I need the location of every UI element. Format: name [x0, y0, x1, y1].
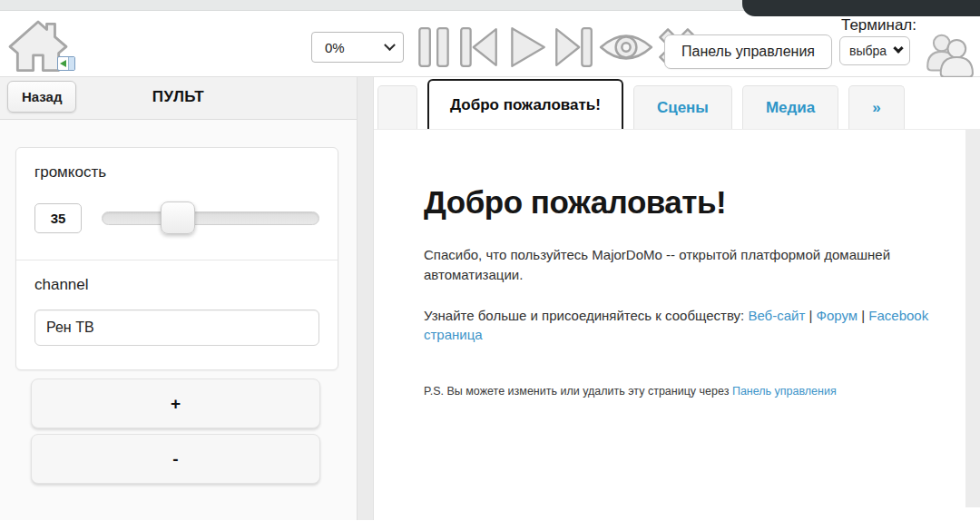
home-icon — [5, 16, 89, 73]
play-icon — [504, 25, 549, 69]
website-link[interactable]: Веб-сайт — [748, 308, 805, 323]
media-controls: 0% — [311, 25, 701, 69]
channel-plus-button[interactable]: + — [31, 378, 320, 428]
chevron-down-icon — [893, 44, 903, 54]
previous-button[interactable] — [456, 25, 502, 69]
tab-media[interactable]: Медиа — [742, 85, 838, 129]
main-area: Назад ПУЛЬТ громкость 35 channel — [0, 77, 980, 520]
tab-spacer[interactable] — [377, 85, 417, 129]
content-area: Добро пожаловать! Сцены Медиа » Добро по… — [374, 77, 980, 520]
remote-panel: Назад ПУЛЬТ громкость 35 channel — [0, 77, 357, 520]
dark-overlay-bar — [742, 0, 980, 16]
terminal-select-value: выбра — [849, 44, 887, 58]
page-title: Добро пожаловать! — [424, 184, 957, 221]
remote-card: громкость 35 channel — [15, 147, 338, 370]
volume-slider[interactable] — [102, 202, 319, 234]
volume-slider-handle[interactable] — [161, 202, 195, 234]
volume-section: громкость 35 — [16, 148, 338, 260]
eye-icon — [598, 25, 654, 69]
home-button[interactable] — [5, 16, 89, 74]
ps-text: P.S. Вы можете изменить или удалить эту … — [424, 385, 957, 398]
chevron-down-icon — [384, 39, 396, 51]
link-separator: | — [805, 308, 816, 323]
previous-icon — [456, 25, 502, 69]
scroll-gutter — [965, 130, 980, 507]
channel-input[interactable] — [34, 310, 319, 346]
remote-title: ПУЛЬТ — [0, 88, 357, 106]
link-separator: | — [858, 308, 868, 323]
pause-icon — [413, 25, 455, 69]
tab-more[interactable]: » — [848, 85, 904, 129]
next-icon — [551, 25, 596, 69]
welcome-panel: Добро пожаловать! Спасибо, что пользуйте… — [374, 129, 980, 520]
users-button[interactable] — [922, 33, 975, 82]
volume-value-box[interactable]: 35 — [34, 203, 82, 233]
channel-label: channel — [34, 276, 319, 294]
volume-percent-select[interactable]: 0% — [311, 32, 404, 63]
toolbar: 0% — [0, 11, 980, 77]
view-button[interactable] — [598, 25, 654, 69]
next-button[interactable] — [551, 25, 596, 69]
terminal-select[interactable]: выбра — [839, 36, 910, 65]
forum-link[interactable]: Форум — [816, 308, 858, 323]
play-button[interactable] — [504, 25, 549, 69]
toolbar-right: Панель управления Терминал: выбра — [664, 13, 975, 82]
tab-scenes[interactable]: Сцены — [633, 85, 732, 129]
control-panel-button[interactable]: Панель управления — [664, 34, 832, 69]
volume-percent-value: 0% — [325, 40, 345, 55]
panel-toggle-icon[interactable] — [57, 56, 75, 71]
ps-prefix: P.S. Вы можете изменить или удалить эту … — [424, 385, 732, 398]
tab-bar: Добро пожаловать! Сцены Медиа » — [374, 77, 980, 129]
control-panel-link[interactable]: Панель управления — [732, 385, 837, 398]
community-text: Узнайте больше и присоединяйтесь к сообщ… — [424, 306, 950, 346]
channel-minus-button[interactable]: - — [31, 434, 320, 484]
community-prefix: Узнайте больше и присоединяйтесь к сообщ… — [424, 308, 748, 323]
terminal-label: Терминал: — [841, 16, 916, 34]
users-icon — [922, 33, 975, 78]
pause-button[interactable] — [413, 25, 455, 69]
panel-divider — [357, 77, 374, 520]
remote-header: Назад ПУЛЬТ — [0, 77, 357, 120]
thanks-text: Спасибо, что пользуйтесь MajorDoMo -- от… — [424, 245, 950, 285]
volume-label: громкость — [34, 163, 319, 182]
tab-welcome[interactable]: Добро пожаловать! — [427, 79, 623, 129]
volume-slider-track[interactable] — [102, 211, 319, 225]
channel-section: channel — [16, 260, 338, 369]
